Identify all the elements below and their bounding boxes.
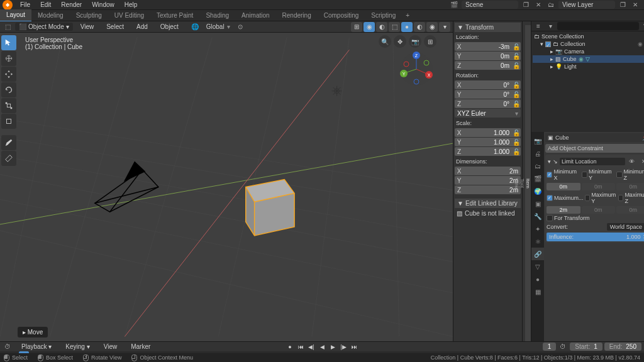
- vp-menu-view[interactable]: View: [75, 22, 99, 32]
- max-y-checkbox[interactable]: [585, 195, 591, 201]
- display-mode-icon[interactable]: ▾: [545, 21, 555, 31]
- constraint-mute-icon[interactable]: 👁: [627, 156, 637, 167]
- ortho-gizmo[interactable]: ⊞: [424, 35, 436, 48]
- rot-mode-field[interactable]: XYZ Euler▾: [455, 109, 521, 118]
- outliner-type-icon[interactable]: ≡: [533, 21, 543, 31]
- dim-y-field[interactable]: Y2m: [455, 176, 521, 185]
- tl-playback-menu[interactable]: Playback ▾: [16, 342, 57, 352]
- tree-cube[interactable]: ▸▨Cube◉▽👁: [533, 55, 644, 63]
- annotate-tool[interactable]: [1, 135, 16, 150]
- play-rev-button[interactable]: ◀: [318, 343, 326, 351]
- prop-tab-object[interactable]: ▣: [531, 197, 544, 210]
- camera-gizmo[interactable]: 📷: [409, 35, 421, 48]
- min-z-value[interactable]: 0m: [616, 183, 644, 190]
- wireframe-shading[interactable]: ⬚: [389, 22, 400, 32]
- tree-collection[interactable]: ▾✓🗀Collection◉👁: [533, 40, 644, 48]
- viewlayer-del-icon[interactable]: ✕: [630, 0, 640, 10]
- scene-new-icon[interactable]: ❐: [521, 0, 531, 10]
- for-transform-checkbox[interactable]: [547, 215, 553, 221]
- scale-z-field[interactable]: Z1.000🔓: [455, 147, 521, 156]
- tl-marker-menu[interactable]: Marker: [126, 342, 155, 352]
- scene-selector[interactable]: Scene: [462, 1, 518, 9]
- loc-x-field[interactable]: X-3m🔓: [455, 42, 521, 51]
- n-tab-item[interactable]: Item: [525, 25, 531, 341]
- min-y-value[interactable]: 0m: [582, 183, 616, 190]
- loc-z-field[interactable]: Z0m🔓: [455, 61, 521, 70]
- tree-light[interactable]: ▸💡Light👁: [533, 63, 644, 70]
- rot-y-field[interactable]: Y0°🔓: [455, 90, 521, 99]
- editor-type-icon[interactable]: ⬚: [3, 22, 13, 32]
- prop-tab-physics[interactable]: ⚛: [531, 235, 544, 248]
- tree-camera[interactable]: ▸📷Camera👁: [533, 48, 644, 55]
- rot-x-field[interactable]: X0°🔓: [455, 80, 521, 89]
- menu-file[interactable]: File: [15, 0, 35, 10]
- max-y-value[interactable]: 0m: [582, 206, 616, 214]
- max-x-value[interactable]: 2m: [547, 206, 580, 214]
- current-frame-field[interactable]: 1: [543, 343, 557, 351]
- tab-layout[interactable]: Layout: [0, 9, 31, 22]
- 3d-viewport[interactable]: User Perspective (1) Collection | Cube 🔍…: [0, 33, 453, 341]
- transform-tool[interactable]: [1, 114, 16, 129]
- linked-library-header[interactable]: ▼ Edit Linked Library: [455, 199, 521, 208]
- tab-compositing[interactable]: Compositing: [318, 10, 365, 21]
- menu-window[interactable]: Window: [87, 0, 119, 10]
- overlay-toggle[interactable]: ⊞: [351, 22, 362, 32]
- move-tool[interactable]: [1, 67, 16, 82]
- outliner-search-input[interactable]: [557, 22, 639, 30]
- tab-texpaint[interactable]: Texture Paint: [150, 10, 199, 21]
- prop-tab-world[interactable]: 🌍: [531, 185, 544, 197]
- operator-popup[interactable]: Move: [18, 327, 48, 337]
- mode-selector[interactable]: ⬛ Object Mode ▾: [15, 23, 73, 31]
- tab-sculpting[interactable]: Sculpting: [70, 10, 108, 21]
- menu-edit[interactable]: Edit: [35, 0, 56, 10]
- prop-tab-render[interactable]: 📷: [531, 134, 544, 147]
- filter-icon[interactable]: ▽: [641, 21, 644, 31]
- orientation-label[interactable]: Global: [206, 23, 225, 30]
- overlay-opts[interactable]: ◉: [364, 22, 375, 32]
- tab-uv[interactable]: UV Editing: [108, 10, 150, 21]
- tab-modeling[interactable]: Modeling: [31, 10, 70, 21]
- constraint-name-field[interactable]: Limit Location: [560, 158, 625, 165]
- tl-keying-menu[interactable]: Keying ▾: [60, 342, 94, 352]
- pan-gizmo[interactable]: ✥: [394, 35, 406, 48]
- constraint-expand-icon[interactable]: ▾: [548, 158, 551, 165]
- select-tool[interactable]: [1, 35, 16, 50]
- vp-menu-object[interactable]: Object: [155, 22, 184, 32]
- tab-shading[interactable]: Shading: [199, 10, 235, 21]
- orientation-icon[interactable]: 🌐: [190, 22, 200, 32]
- lookdev-shading[interactable]: ◐: [414, 22, 425, 32]
- vp-menu-select[interactable]: Select: [101, 22, 129, 32]
- scale-y-field[interactable]: Y1.000🔓: [455, 138, 521, 146]
- n-tab-view[interactable]: View: [514, 25, 519, 341]
- constraint-delete-icon[interactable]: ✕: [639, 156, 644, 167]
- pivot-icon[interactable]: ⊙: [235, 22, 245, 32]
- tab-rendering[interactable]: Rendering: [276, 10, 318, 21]
- rot-z-field[interactable]: Z0°🔓: [455, 99, 521, 108]
- dim-z-field[interactable]: Z2m: [455, 185, 521, 194]
- vp-menu-add[interactable]: Add: [131, 22, 153, 32]
- exclude-icon[interactable]: ◉: [638, 41, 643, 47]
- prop-tab-modifier[interactable]: 🔧: [531, 210, 544, 222]
- rotate-tool[interactable]: [1, 82, 16, 97]
- prop-tab-data[interactable]: ▽: [531, 260, 544, 273]
- max-z-value[interactable]: 0m: [616, 206, 644, 214]
- scale-tool[interactable]: [1, 98, 16, 113]
- prop-tab-viewlayer[interactable]: 🗂: [531, 160, 544, 172]
- scale-x-field[interactable]: X1.000🔓: [455, 128, 521, 137]
- min-y-checkbox[interactable]: [582, 172, 588, 178]
- viewlayer-new-icon[interactable]: ❐: [618, 0, 628, 10]
- scene-del-icon[interactable]: ✕: [533, 0, 543, 10]
- shading-opts[interactable]: ▾: [439, 22, 450, 32]
- menu-render[interactable]: Render: [56, 0, 87, 10]
- add-workspace-icon[interactable]: +: [402, 12, 413, 19]
- min-x-checkbox[interactable]: ✓: [547, 172, 552, 178]
- n-tab-tool[interactable]: Tool: [519, 25, 525, 341]
- solid-shading[interactable]: ●: [401, 22, 413, 32]
- prop-tab-particles[interactable]: ✦: [531, 222, 544, 235]
- zoom-gizmo[interactable]: 🔍: [379, 35, 391, 48]
- xray-toggle[interactable]: ◐: [376, 22, 387, 32]
- influence-slider[interactable]: Influence:1.000✕: [547, 233, 644, 241]
- end-frame-field[interactable]: End:250: [604, 343, 641, 351]
- prop-tab-constraints[interactable]: 🔗: [531, 248, 544, 260]
- rendered-shading[interactable]: ◉: [426, 22, 438, 32]
